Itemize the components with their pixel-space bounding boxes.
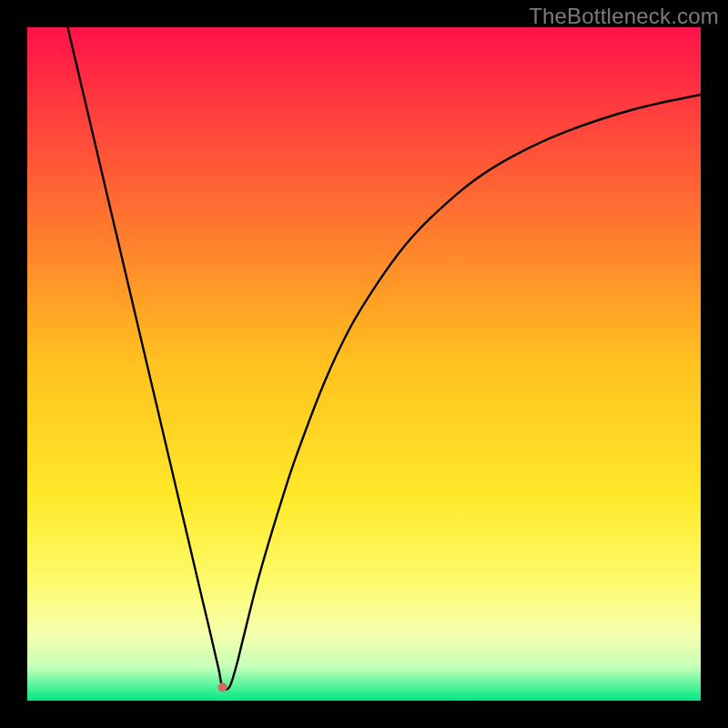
plot-area bbox=[27, 27, 701, 701]
chart-svg bbox=[27, 27, 701, 701]
watermark-text: TheBottleneck.com bbox=[529, 4, 719, 29]
gradient-background bbox=[27, 27, 701, 701]
minimum-marker bbox=[218, 682, 228, 692]
chart-frame: TheBottleneck.com bbox=[0, 0, 728, 728]
